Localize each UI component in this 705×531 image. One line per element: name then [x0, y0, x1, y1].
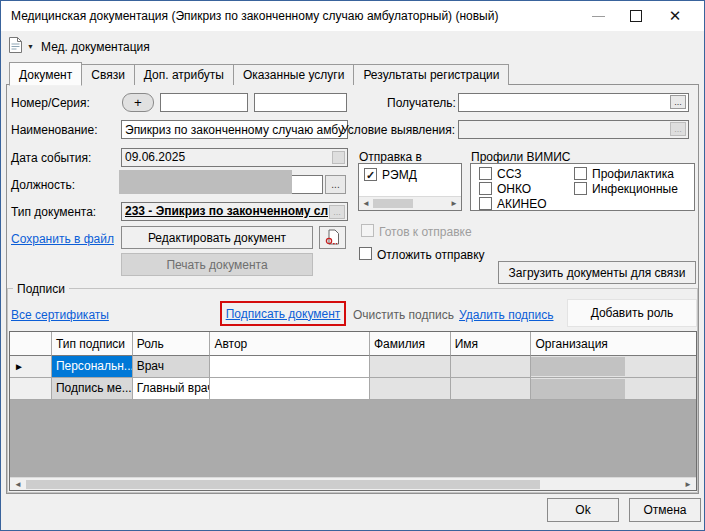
close-icon: ✕ — [669, 7, 682, 24]
recipient-input[interactable]: ... — [458, 93, 689, 112]
signed-document-icon — [325, 234, 340, 248]
send-to-listbox: ✓ РЭМД ◄ ► — [358, 163, 462, 211]
table-scrollbar[interactable]: ◄ ► — [10, 477, 696, 490]
remd-label: РЭМД — [382, 168, 417, 182]
cell-author[interactable] — [210, 356, 370, 378]
dropdown-caret-icon[interactable]: ▼ — [27, 43, 34, 50]
recipient-label: Получатель: — [387, 96, 455, 110]
table-header-row: Тип подписи Роль Автор Фамилия Имя Орган… — [10, 332, 696, 356]
delete-signature-link[interactable]: Удалить подпись — [459, 308, 554, 322]
clear-signature-link: Очистить подпись — [353, 308, 454, 322]
number-input-2[interactable] — [254, 93, 347, 112]
condition-label: Условие выявления: — [341, 123, 455, 137]
date-picker-button — [332, 151, 345, 164]
event-date-label: Дата события: — [11, 151, 91, 165]
save-to-file-link[interactable]: Сохранить в файл — [11, 232, 114, 246]
cell-signature-type[interactable]: Персональн... — [52, 356, 133, 378]
scroll-right-icon[interactable]: ► — [684, 479, 692, 490]
send-to-label: Отправка в — [359, 150, 422, 164]
cancel-button[interactable]: Отмена — [629, 498, 701, 522]
cell-role[interactable]: Главный врач — [133, 378, 211, 400]
sign-document-link[interactable]: Подписать документ — [226, 307, 341, 321]
toolbar-menu-label[interactable]: Мед. документация — [41, 40, 150, 54]
remd-checkbox[interactable]: ✓ — [364, 168, 377, 181]
all-certificates-link[interactable]: Все сертификаты — [11, 308, 109, 322]
add-role-button[interactable]: Добавить роль — [567, 299, 697, 327]
header-role[interactable]: Роль — [133, 332, 211, 356]
signatures-group-label: Подписи — [13, 282, 69, 296]
position-lookup-button[interactable]: ... — [325, 175, 346, 194]
ssz-label: ССЗ — [497, 167, 521, 181]
akineo-checkbox[interactable] — [479, 197, 492, 210]
header-surname[interactable]: Фамилия — [370, 332, 451, 356]
close-button[interactable]: ✕ — [658, 1, 692, 31]
add-number-button[interactable]: + — [122, 93, 154, 112]
header-organization[interactable]: Организация — [531, 332, 696, 356]
maximize-icon — [630, 10, 642, 22]
postpone-send-label: Отложить отправку — [377, 248, 485, 262]
header-name[interactable]: Имя — [451, 332, 532, 356]
vimis-profiles-label: Профили ВИМИС — [471, 150, 571, 164]
tab-registration-results[interactable]: Результаты регистрации — [353, 64, 509, 85]
prophylaxis-label: Профилактика — [592, 167, 674, 181]
load-documents-button[interactable]: Загрузить документы для связи — [498, 261, 696, 284]
sign-settings-button[interactable] — [319, 226, 346, 249]
table-row: Подпись ме... Главный врач — [10, 378, 696, 400]
row-selector[interactable] — [10, 378, 52, 400]
window-title: Медицинская документация (Эпикриз по зак… — [11, 9, 498, 23]
onko-checkbox[interactable] — [479, 182, 492, 195]
header-selector — [10, 332, 52, 356]
maximize-button[interactable] — [620, 1, 654, 31]
infectious-label: Инфекционные — [592, 182, 678, 196]
send-to-scrollbar[interactable]: ◄ ► — [359, 196, 461, 210]
print-document-button: Печать документа — [121, 253, 313, 276]
toolbar: ▼ Мед. документация — [1, 31, 704, 59]
vimis-profiles-listbox: ССЗ ОНКО АКИНЕО Профилактика Инфекционны… — [470, 163, 695, 211]
tab-document[interactable]: Документ — [9, 62, 82, 86]
condition-input: ... — [458, 120, 689, 139]
name-input[interactable] — [121, 120, 348, 139]
row-selector[interactable]: ► — [10, 356, 52, 378]
cell-signature-type[interactable]: Подпись ме... — [52, 378, 133, 400]
ok-button[interactable]: Ok — [547, 498, 619, 522]
document-type-lookup-button: ... — [329, 205, 345, 219]
send-to-scroll-thumb[interactable] — [373, 199, 413, 208]
ready-to-send-label: Готов к отправке — [379, 225, 472, 239]
document-menu-icon[interactable] — [8, 36, 23, 57]
cell-role[interactable]: Врач — [133, 356, 211, 378]
minimize-icon — [592, 16, 605, 17]
minimize-button — [582, 1, 616, 31]
cell-author[interactable] — [210, 378, 370, 400]
cell-organization[interactable] — [531, 378, 696, 400]
scroll-left-icon[interactable]: ◄ — [14, 479, 22, 490]
table-scroll-thumb[interactable] — [26, 480, 540, 489]
number-input-1[interactable] — [160, 93, 248, 112]
ssz-checkbox[interactable] — [479, 167, 492, 180]
event-date-value: 09.06.2025 — [125, 150, 185, 164]
edit-document-button[interactable]: Редактировать документ — [121, 226, 313, 249]
prophylaxis-checkbox[interactable] — [574, 167, 587, 180]
header-author[interactable]: Автор — [210, 332, 370, 356]
position-label: Должность: — [11, 178, 75, 192]
infectious-checkbox[interactable] — [574, 182, 587, 195]
tab-provided-services[interactable]: Оказанные услуги — [233, 64, 354, 85]
organization-redacted-value — [531, 357, 625, 376]
scroll-left-icon[interactable]: ◄ — [362, 198, 370, 209]
cell-surname[interactable] — [370, 378, 451, 400]
tab-links[interactable]: Связи — [81, 64, 135, 85]
document-type-value: 233 - Эпикриз по законченному сл — [125, 204, 328, 218]
tab-extra-attributes[interactable]: Доп. атрибуты — [134, 64, 234, 85]
header-signature-type[interactable]: Тип подписи — [52, 332, 133, 356]
medical-document-dialog: Медицинская документация (Эпикриз по зак… — [0, 0, 705, 531]
number-series-label: Номер/Серия: — [11, 96, 90, 110]
postpone-send-checkbox[interactable] — [359, 247, 372, 260]
cell-organization[interactable] — [531, 356, 696, 378]
cell-name[interactable] — [451, 378, 532, 400]
title-bar: Медицинская документация (Эпикриз по зак… — [1, 1, 704, 31]
recipient-lookup-button[interactable]: ... — [670, 95, 686, 109]
cell-name[interactable] — [451, 356, 532, 378]
scroll-right-icon[interactable]: ► — [450, 198, 458, 209]
condition-lookup-button: ... — [670, 122, 686, 136]
cell-surname[interactable] — [370, 356, 451, 378]
tab-strip: Документ Связи Доп. атрибуты Оказанные у… — [9, 61, 508, 85]
